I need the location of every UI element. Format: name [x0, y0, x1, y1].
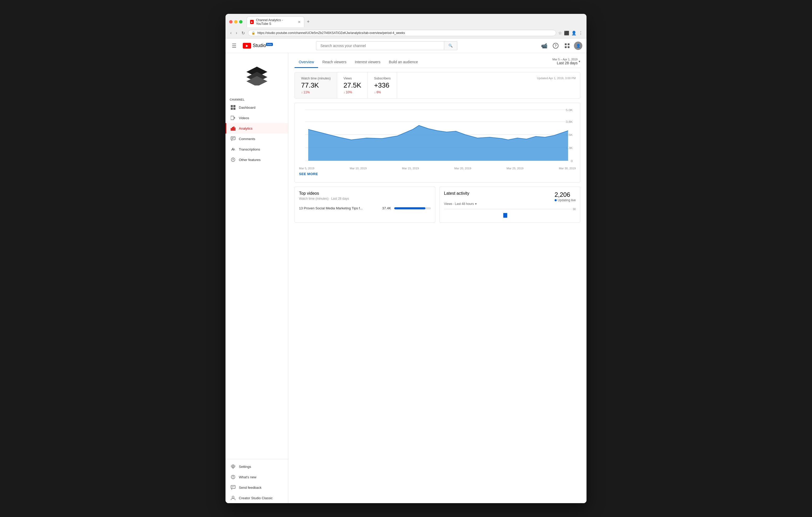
avatar-button[interactable]: 👤 — [574, 41, 582, 50]
sidebar-item-dashboard[interactable]: Dashboard — [226, 102, 288, 113]
traffic-lights — [229, 20, 242, 24]
stat-card-subscribers[interactable]: Subscribers +336 6% — [368, 72, 397, 98]
watch-time-label: Watch time (minutes) — [301, 77, 331, 80]
search-button[interactable]: 🔍 — [444, 41, 457, 50]
chevron-down-icon: ▾ — [579, 60, 580, 63]
date-sub: Mar 5 – Apr 1, 2019 — [552, 58, 578, 61]
svg-rect-9 — [231, 108, 233, 110]
sidebar-item-transcriptions[interactable]: AA Transcriptions — [226, 144, 288, 154]
tab-reach-viewers[interactable]: Reach viewers — [318, 57, 351, 68]
hamburger-button[interactable]: ☰ — [230, 40, 239, 51]
refresh-button[interactable]: ↻ — [240, 30, 246, 36]
svg-rect-8 — [233, 105, 235, 107]
tab-interest-viewers[interactable]: Interest viewers — [351, 57, 384, 68]
new-tab-button[interactable]: + — [305, 19, 312, 25]
svg-marker-12 — [234, 117, 235, 119]
see-more-button[interactable]: SEE MORE — [299, 170, 318, 178]
lock-icon: 🔒 — [252, 31, 255, 35]
svg-rect-10 — [233, 108, 235, 110]
views-dropdown[interactable]: Views · Last 48 hours ▾ — [444, 202, 576, 206]
views-value: 27.5K — [344, 81, 361, 89]
profile-button[interactable]: 👤 — [571, 31, 577, 35]
x-label-1: Mar 10, 2019 — [350, 167, 367, 170]
sidebar-item-creator-studio-label: Creator Studio Classic — [239, 496, 272, 500]
sidebar-item-whats-new-label: What's new — [239, 475, 256, 479]
tab-bar: Channel Analytics - YouTube S ✕ + — [247, 17, 583, 27]
yt-studio-logo: Studiobeta — [243, 43, 273, 49]
back-button[interactable]: ‹ — [229, 30, 233, 36]
svg-rect-32 — [232, 488, 232, 490]
stat-card-views[interactable]: Views 27.5K 10% — [337, 72, 368, 98]
svg-text:A: A — [233, 148, 235, 151]
svg-rect-16 — [235, 127, 235, 131]
sidebar-item-send-feedback[interactable]: Send feedback — [226, 482, 288, 493]
updating-live: Updating live — [555, 199, 576, 202]
channel-logo-svg — [244, 65, 270, 86]
sidebar-item-whats-new[interactable]: What's new — [226, 472, 288, 482]
close-traffic-light[interactable] — [229, 20, 233, 24]
search-input[interactable] — [316, 41, 444, 50]
tab-build-audience[interactable]: Build an audience — [384, 57, 422, 68]
transcriptions-icon: AA — [230, 147, 236, 152]
svg-rect-17 — [231, 137, 235, 140]
analytics-icon — [230, 126, 236, 131]
tabs: Overview Reach viewers Interest viewers … — [295, 57, 422, 68]
address-bar-row: ‹ › ↻ 🔒 https://studio.youtube.com/chann… — [226, 29, 586, 38]
creator-studio-icon — [230, 495, 236, 500]
top-video-row[interactable]: 13 Proven Social Media Marketing Tips f.… — [299, 205, 431, 212]
sidebar-section-label: Channel — [226, 95, 288, 102]
svg-point-26 — [232, 466, 234, 467]
browser-tab[interactable]: Channel Analytics - YouTube S ✕ — [247, 17, 304, 27]
apps-button[interactable] — [562, 41, 572, 51]
menu-button[interactable]: ⋮ — [579, 31, 583, 35]
top-videos-card: Top videos Watch time (minutes) · Last 2… — [295, 187, 435, 223]
layers-button[interactable]: ⬛ — [564, 31, 569, 35]
svg-rect-13 — [231, 128, 232, 131]
top-video-views: 37.4K — [379, 206, 391, 210]
help-button[interactable]: ? — [551, 41, 560, 51]
mini-chart: 90 — [444, 208, 576, 218]
mini-chart-svg — [444, 208, 576, 218]
comments-icon — [230, 136, 236, 142]
maximize-traffic-light[interactable] — [239, 20, 242, 24]
sidebar-item-videos[interactable]: Videos — [226, 113, 288, 123]
other-features-icon — [230, 157, 236, 162]
watch-time-value: 77.3K — [301, 81, 331, 89]
sidebar-item-analytics-label: Analytics — [239, 126, 253, 130]
date-main: Last 28 days — [552, 61, 578, 65]
sidebar-divider — [226, 459, 288, 459]
x-label-5: Mar 30, 2019 — [559, 167, 576, 170]
app-header: ☰ Studiobeta 🔍 📹 ? — [226, 38, 586, 53]
date-range-info: Mar 5 – Apr 1, 2019 Last 28 days — [552, 58, 578, 65]
sidebar-item-other-features[interactable]: Other features — [226, 154, 288, 165]
sidebar-item-creator-studio[interactable]: Creator Studio Classic — [226, 493, 288, 503]
svg-rect-3 — [568, 46, 570, 48]
svg-rect-1 — [568, 43, 570, 45]
tab-overview[interactable]: Overview — [295, 57, 318, 68]
browser-chrome: Channel Analytics - YouTube S ✕ + ‹ › ↻ … — [226, 14, 586, 38]
dashboard-icon — [230, 105, 236, 110]
sidebar-item-settings[interactable]: Settings — [226, 461, 288, 472]
top-video-title: 13 Proven Social Media Marketing Tips f.… — [299, 206, 376, 210]
sidebar-item-transcriptions-label: Transcriptions — [239, 147, 260, 151]
sidebar-item-dashboard-label: Dashboard — [239, 105, 256, 110]
forward-button[interactable]: › — [235, 30, 238, 36]
latest-activity-title: Latest activity — [444, 191, 469, 196]
tab-close-btn[interactable]: ✕ — [298, 20, 301, 24]
address-actions: ☆ ⬛ 👤 ⋮ — [558, 31, 583, 35]
top-videos-title: Top videos — [299, 191, 431, 196]
sidebar-item-other-features-label: Other features — [239, 158, 261, 162]
top-videos-subtitle: Watch time (minutes) · Last 28 days — [299, 197, 431, 201]
create-video-button[interactable]: 📹 — [540, 41, 549, 51]
views-change: 10% — [344, 90, 361, 94]
chart-x-labels: Mar 5, 2019 Mar 10, 2019 Mar 15, 2019 Ma… — [299, 165, 576, 170]
minimize-traffic-light[interactable] — [234, 20, 237, 24]
bookmark-button[interactable]: ☆ — [558, 31, 562, 35]
updated-text: Updated Apr 1, 2019, 3:00 PM — [397, 72, 580, 98]
sidebar-item-analytics[interactable]: Analytics — [226, 123, 288, 133]
stat-card-watch-time[interactable]: Watch time (minutes) 77.3K 11% — [295, 72, 337, 98]
date-range-selector[interactable]: Mar 5 – Apr 1, 2019 Last 28 days ▾ — [552, 58, 580, 67]
sidebar-item-comments[interactable]: Comments — [226, 133, 288, 144]
address-bar[interactable]: 🔒 https://studio.youtube.com/channel/UCf… — [248, 30, 556, 36]
title-bar: Channel Analytics - YouTube S ✕ + — [226, 14, 586, 29]
